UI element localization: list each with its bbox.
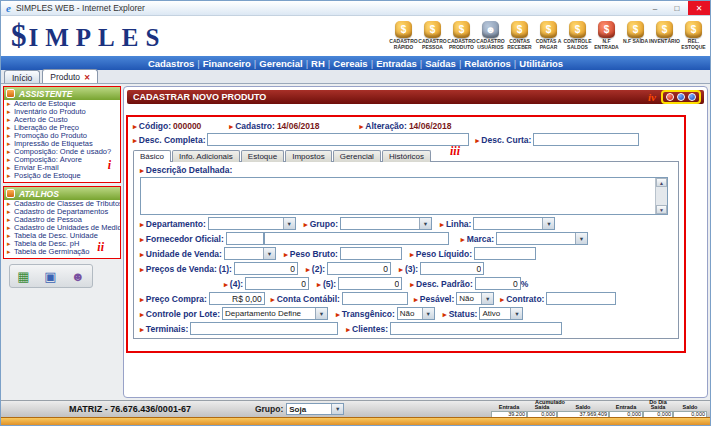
toolbar-button-inventario[interactable]: $ INVENTÁRIO (650, 21, 679, 45)
pesavel-select[interactable]: Não ▼ (456, 292, 494, 305)
users-icon[interactable]: ☻ (71, 270, 85, 283)
toolbar-button-contas-receber[interactable]: $ CONTAS RECEBER (505, 21, 534, 51)
menu-cadastros[interactable]: Cadastros (145, 58, 197, 69)
tab-info-adicionais[interactable]: Info. Adicionais (172, 150, 240, 162)
toolbar-button-cadastro-rapido[interactable]: $ CADASTRO RÁPIDO (389, 21, 418, 51)
sidebar-item-impressao-de-etiquetas[interactable]: Impressão de Etiquetas (4, 140, 120, 148)
codigo-value: 000000 (173, 121, 201, 131)
statusbar: MATRIZ - 76.676.436/0001-67 Grupo: Soja … (1, 400, 710, 417)
preco-5-label: (5): (317, 279, 336, 289)
sidebar-item-composicao-onde-e-usado[interactable]: Composição: Onde é usado? (4, 148, 120, 156)
preco-compra-input[interactable] (209, 292, 265, 305)
menu-cereais[interactable]: Cereais (330, 58, 370, 69)
conta-contabil-input[interactable] (342, 292, 408, 305)
menu-relatorios[interactable]: Relatórios (461, 58, 513, 69)
terminais-label: Terminais: (140, 324, 188, 334)
desc-completa-input[interactable] (207, 133, 469, 146)
sidebar-item-acerto-de-custo[interactable]: Acerto de Custo (4, 116, 120, 124)
menu-saidas[interactable]: Saídas (422, 58, 459, 69)
marca-select[interactable]: ▼ (496, 232, 588, 245)
sidebar-item-cadastro-pessoa[interactable]: Cadastro de Pessoa (4, 216, 120, 224)
tab-estoque[interactable]: Estoque (241, 150, 284, 162)
preco-2-input[interactable] (327, 262, 391, 275)
preco-1-input[interactable] (234, 262, 298, 275)
menu-entradas[interactable]: Entradas (373, 58, 420, 69)
panel-controls-highlight (661, 90, 701, 104)
descricao-detalhada-textarea[interactable] (141, 178, 667, 214)
page-tabstrip: Início Produto ✕ (1, 70, 710, 84)
sidebar-item-cadastro-classes-tributos[interactable]: Cadastro de Classes de Tributos (4, 200, 120, 208)
minimize-button[interactable]: – (644, 1, 666, 15)
desc-padrao-input[interactable] (475, 277, 521, 290)
terminais-input[interactable] (190, 322, 338, 335)
close-button[interactable]: ✕ (688, 1, 710, 15)
toolbar-button-nf-saida[interactable]: $ N.F SAÍDA (621, 21, 650, 45)
panel-button-blue-1[interactable] (677, 93, 685, 101)
grupo-label: Grupo: (304, 219, 338, 229)
linha-select[interactable]: ▼ (473, 217, 555, 230)
sidebar-item-tabela-desc-unidade[interactable]: Tabela de Desc. Unidade (4, 232, 120, 240)
sidebar-item-promocao-do-produto[interactable]: Promoção do Produto (4, 132, 120, 140)
scrollbar[interactable]: ▲ ▼ (655, 178, 667, 214)
desc-curta-input[interactable] (533, 133, 639, 146)
controle-lote-select[interactable]: Departamento Define ▼ (222, 307, 328, 320)
tab-close-icon[interactable]: ✕ (84, 73, 90, 82)
marca-label: Marca: (461, 234, 494, 244)
sidebar-item-cadastro-unidades-medida[interactable]: Cadastro de Unidades de Medida (4, 224, 120, 232)
peso-liquido-input[interactable] (474, 247, 536, 260)
status-select[interactable]: Ativo ▼ (479, 307, 523, 320)
toolbar-button-contas-a-pagar[interactable]: $ CONTAS A PAGAR (534, 21, 563, 51)
sidebar-item-enviar-email[interactable]: Enviar E-mail (4, 164, 120, 172)
panel-button-blue-2[interactable] (688, 93, 696, 101)
preco-4-input[interactable] (245, 277, 309, 290)
unidade-venda-select[interactable]: ▼ (224, 247, 276, 260)
toolbar-button-cadastro-produto[interactable]: $ CADASTRO PRODUTO (447, 21, 476, 51)
toolbar-button-controle-saldos[interactable]: $ CONTROLE SALDOS (563, 21, 592, 51)
sidebar-item-posicao-de-estoque[interactable]: Posição de Estoque (4, 172, 120, 180)
toolbar-button-rel-estoque[interactable]: $ REL. ESTOQUE (679, 21, 708, 51)
tab-impostos[interactable]: Impostos (285, 150, 331, 162)
menu-gerencial[interactable]: Gerencial (256, 58, 305, 69)
maximize-button[interactable]: □ (666, 1, 688, 15)
money-bag-icon: $ (656, 21, 673, 38)
tab-basico[interactable]: Básico (133, 150, 171, 162)
tab-inicio[interactable]: Início (4, 70, 40, 83)
sidebar-item-cadastro-departamentos[interactable]: Cadastro de Departamentos (4, 208, 120, 216)
menu-utilitarios[interactable]: Utilitários (516, 58, 566, 69)
spreadsheet-icon[interactable]: ▦ (17, 270, 29, 283)
menu-financeiro[interactable]: Financeiro (200, 58, 254, 69)
sidebar-item-inventario-do-produto[interactable]: Inventário do Produto (4, 108, 120, 116)
panel-close-button[interactable] (666, 93, 674, 101)
toolbar-button-cadastro-usuarios[interactable]: ☻ CADASTRO USUÁRIOS (476, 21, 505, 51)
scroll-down-icon[interactable]: ▼ (656, 205, 667, 214)
transgenico-select[interactable]: Não ▼ (397, 307, 435, 320)
sidebar-item-liberacao-de-preco[interactable]: Liberação de Preço (4, 124, 120, 132)
contrato-input[interactable] (546, 292, 616, 305)
tab-historicos[interactable]: Históricos (382, 150, 431, 162)
tab-produto[interactable]: Produto ✕ (42, 69, 98, 83)
sidebar-item-acerto-de-estoque[interactable]: Acerto de Estoque (4, 100, 120, 108)
preco-4-label: (4): (224, 279, 243, 289)
tab-basico-panel: Descrição Detalhada: ▲ ▼ Departamento: ▼ (133, 161, 679, 339)
window-title: SIMPLES WEB - Internet Explorer (16, 3, 145, 13)
tab-label: Início (12, 73, 32, 83)
clientes-input[interactable] (390, 322, 562, 335)
grupo-select[interactable]: ▼ (340, 217, 432, 230)
toolbar-button-cadastro-pessoa[interactable]: $ CADASTRO PESSOA (418, 21, 447, 51)
grupo-filter-select[interactable]: Soja ▼ (286, 403, 344, 415)
fornecedor-nome-input[interactable] (264, 232, 449, 245)
fornecedor-codigo-input[interactable] (226, 232, 264, 245)
menu-rh[interactable]: RH (308, 58, 328, 69)
calendar-icon[interactable]: ▣ (44, 270, 56, 283)
status-label: Status: (443, 309, 478, 319)
sidebar-item-composicao-arvore[interactable]: Composição: Árvore (4, 156, 120, 164)
transgenico-label: Transgênico: (336, 309, 395, 319)
preco-5-input[interactable] (338, 277, 402, 290)
preco-3-input[interactable] (420, 262, 484, 275)
scroll-up-icon[interactable]: ▲ (656, 178, 667, 187)
tab-gerencial[interactable]: Gerencial (333, 150, 381, 162)
peso-bruto-input[interactable] (340, 247, 402, 260)
toolbar-button-nf-entrada[interactable]: $ N.F ENTRADA (592, 21, 621, 51)
select-value: Soja (289, 405, 306, 414)
departamento-select[interactable]: ▼ (208, 217, 296, 230)
